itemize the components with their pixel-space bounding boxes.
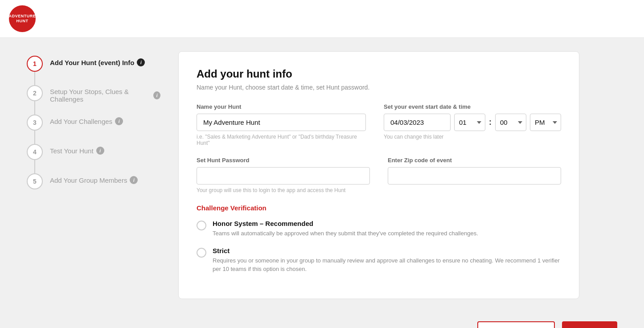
step-circle-5[interactable]: 5 — [27, 173, 43, 189]
verification-title: Challenge Verification — [197, 204, 561, 212]
zip-label: Enter Zip code of event — [388, 157, 561, 164]
datetime-group: Set your event start date & time 0102030… — [384, 103, 561, 146]
ampm-select[interactable]: AMPM — [530, 114, 561, 131]
hunt-name-hint: i.e. "Sales & Marketing Adventure Hunt" … — [197, 134, 366, 146]
zip-group: Enter Zip code of event — [388, 157, 561, 193]
minute-select[interactable]: 00153045 — [495, 114, 526, 131]
step-1: 1 Add Your Hunt (event) Info i — [27, 56, 160, 85]
hunt-name-label: Name your Hunt — [197, 103, 366, 110]
logo: ADVENTURE HUNT — [9, 5, 36, 32]
radio-honor-system: Honor System – Recommended Teams will au… — [197, 220, 561, 238]
save-for-now-button[interactable]: SAVE FOR NOW — [477, 321, 555, 328]
form-row-2: Set Hunt Password Your group will use th… — [197, 157, 561, 193]
form-title: Add your hunt info — [197, 68, 561, 80]
challenge-verification: Challenge Verification Honor System – Re… — [197, 204, 561, 274]
step-circle-2[interactable]: 2 — [27, 85, 43, 101]
step-line-2 — [34, 101, 35, 115]
info-icon-5[interactable]: i — [130, 176, 138, 184]
date-label: Set your event start date & time — [384, 103, 561, 110]
hunt-name-group: Name your Hunt i.e. "Sales & Marketing A… — [197, 103, 366, 146]
step-title-5: Add Your Group Members i — [50, 176, 138, 184]
honor-label: Honor System – Recommended — [213, 220, 478, 227]
zip-input[interactable] — [388, 167, 561, 184]
date-hint: You can change this later — [384, 134, 561, 140]
password-label: Set Hunt Password — [197, 157, 370, 164]
info-icon-3[interactable]: i — [115, 117, 123, 125]
logo-line2: HUNT — [16, 19, 29, 24]
datetime-inputs: 01020304 05060708 09101112 : 00153045 AM… — [384, 114, 561, 131]
step-title-4: Test Your Hunt i — [50, 147, 104, 155]
step-line-4 — [34, 160, 35, 173]
radio-strict-btn[interactable] — [197, 248, 206, 258]
step-title-3: Add Your Challenges i — [50, 117, 123, 125]
form-row-1: Name your Hunt i.e. "Sales & Marketing A… — [197, 103, 561, 146]
step-title-2: Setup Your Stops, Clues & Challenges i — [50, 88, 160, 103]
sidebar: 1 Add Your Hunt (event) Info i 2 Setup Y… — [27, 51, 160, 299]
honor-desc: Teams will automatically be approved whe… — [213, 229, 478, 238]
time-colon: : — [489, 118, 492, 127]
info-icon-2[interactable]: i — [153, 91, 160, 99]
info-icon-4[interactable]: i — [96, 147, 104, 155]
form-card: Add your hunt info Name your Hunt, choos… — [178, 51, 579, 299]
password-group: Set Hunt Password Your group will use th… — [197, 157, 370, 193]
footer: SAVE FOR NOW NEXT → — [0, 312, 644, 328]
next-button[interactable]: NEXT → — [562, 321, 617, 328]
password-hint: Your group will use this to login to the… — [197, 187, 370, 193]
form-subtitle: Name your Hunt, choose start date & time… — [197, 84, 561, 91]
strict-desc: Requires you or someone in your group to… — [213, 256, 561, 274]
info-icon-1[interactable]: i — [137, 58, 145, 66]
date-input[interactable] — [384, 114, 451, 131]
radio-honor-btn[interactable] — [197, 221, 206, 230]
hour-select[interactable]: 01020304 05060708 09101112 — [454, 114, 485, 131]
step-circle-3[interactable]: 3 — [27, 115, 43, 131]
hunt-name-input[interactable] — [197, 114, 366, 131]
step-3: 3 Add Your Challenges i — [27, 115, 160, 144]
password-input[interactable] — [197, 167, 370, 184]
logo-line1: ADVENTURE — [9, 14, 36, 19]
strict-label: Strict — [213, 247, 561, 254]
step-2: 2 Setup Your Stops, Clues & Challenges i — [27, 85, 160, 115]
step-line-1 — [34, 72, 35, 85]
step-circle-1[interactable]: 1 — [27, 56, 43, 72]
step-line-3 — [34, 131, 35, 144]
step-circle-4[interactable]: 4 — [27, 144, 43, 160]
main-container: 1 Add Your Hunt (event) Info i 2 Setup Y… — [0, 38, 644, 312]
step-title-1: Add Your Hunt (event) Info i — [50, 58, 145, 66]
header: ADVENTURE HUNT — [0, 0, 644, 38]
step-5: 5 Add Your Group Members i — [27, 173, 160, 191]
radio-strict: Strict Requires you or someone in your g… — [197, 247, 561, 274]
step-4: 4 Test Your Hunt i — [27, 144, 160, 173]
